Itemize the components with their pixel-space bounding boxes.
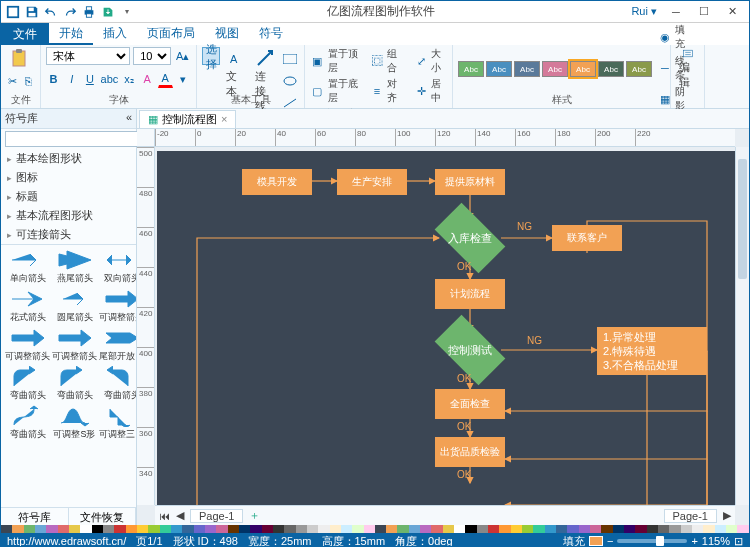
print-icon[interactable] [81,4,97,20]
search-input[interactable] [5,131,138,147]
color-swatch[interactable] [726,525,737,533]
color-swatch[interactable] [601,525,612,533]
color-swatch[interactable] [431,525,442,533]
color-swatch[interactable] [137,525,148,533]
size-icon[interactable]: ⤢ [414,52,429,70]
paste-button[interactable] [6,47,32,69]
bold-icon[interactable]: B [46,70,61,88]
page[interactable]: 模具开发 生产安排 提供原材料 入库检查 联系客户 计划流程 控制测试 1.异常… [157,151,735,505]
zoom-out-icon[interactable]: − [607,535,613,547]
zoom-slider[interactable] [617,539,687,543]
color-swatch[interactable] [669,525,680,533]
sidebar-tab-library[interactable]: 符号库 [1,508,69,525]
color-swatch[interactable] [80,525,91,533]
color-swatch[interactable] [533,525,544,533]
color-swatch[interactable] [262,525,273,533]
style-swatch[interactable]: Abc [514,61,540,77]
edit-button[interactable]: 编辑 [676,47,699,91]
category-item[interactable]: 可连接箭头 [1,225,136,244]
undo-icon[interactable] [43,4,59,20]
select-tool[interactable]: 选择 [202,47,220,65]
cut-icon[interactable]: ✂ [6,72,19,90]
color-swatch[interactable] [613,525,624,533]
color-swatch[interactable] [250,525,261,533]
color-swatch[interactable] [647,525,658,533]
color-swatch[interactable] [239,525,250,533]
group-icon[interactable]: ⿴ [370,52,385,70]
color-swatch[interactable] [624,525,635,533]
vertical-scrollbar[interactable] [735,147,749,505]
user-label[interactable]: Rui ▾ [627,5,661,18]
color-swatch[interactable] [171,525,182,533]
add-page-icon[interactable]: ＋ [249,508,260,523]
shape-item[interactable]: 弯曲箭头 [5,405,50,441]
qat-more-icon[interactable]: ▾ [119,4,135,20]
style-swatch[interactable]: Abc [486,61,512,77]
next-page-icon[interactable]: ▶ [723,509,731,522]
close-tab-icon[interactable]: × [221,113,227,125]
zoom-value[interactable]: 115% [702,535,730,547]
canvas[interactable]: 模具开发 生产安排 提供原材料 入库检查 联系客户 计划流程 控制测试 1.异常… [155,147,735,505]
zoom-in-icon[interactable]: + [691,535,697,547]
tab-symbols[interactable]: 符号 [249,23,293,45]
color-swatch[interactable] [318,525,329,533]
node-process[interactable]: 生产安排 [337,169,407,195]
shape-item[interactable]: 双向箭头 [99,249,136,285]
style-swatch[interactable]: Abc [598,61,624,77]
tab-insert[interactable]: 插入 [93,23,137,45]
fill-icon[interactable]: ◉ [658,28,672,46]
shape-item[interactable]: 单向箭头 [5,249,50,285]
scrollbar-thumb[interactable] [738,159,747,279]
subscript-icon[interactable]: x₂ [121,70,136,88]
color-swatch[interactable] [567,525,578,533]
style-gallery[interactable]: Abc Abc Abc Abc Abc Abc Abc [458,61,652,77]
style-swatch[interactable]: Abc [458,61,484,77]
font-color-icon[interactable]: A [158,70,173,88]
shape-item[interactable]: 弯曲箭头 [99,366,136,402]
align-icon[interactable]: ≡ [370,82,385,100]
export-icon[interactable] [100,4,116,20]
color-swatch[interactable] [420,525,431,533]
prev-page-icon[interactable]: ◀ [176,509,184,522]
shape-item[interactable]: 可调整箭头 [5,327,50,363]
strike-icon[interactable]: abc [100,70,118,88]
color-swatch[interactable] [126,525,137,533]
category-item[interactable]: 图标 [1,168,136,187]
grow-font-icon[interactable]: A▴ [174,47,191,65]
color-swatch[interactable] [92,525,103,533]
line-icon[interactable]: ─ [658,59,672,77]
color-swatch[interactable] [692,525,703,533]
color-swatch[interactable] [194,525,205,533]
document-tab[interactable]: ▦控制流程图× [139,110,236,128]
color-swatch[interactable] [545,525,556,533]
shape-item[interactable]: 尾部开放… [99,327,136,363]
color-swatch[interactable] [454,525,465,533]
color-swatch[interactable] [160,525,171,533]
more-font-icon[interactable]: ▾ [176,70,191,88]
color-swatch[interactable] [364,525,375,533]
color-swatch[interactable] [522,525,533,533]
rect-shape-icon[interactable] [281,50,299,68]
tab-layout[interactable]: 页面布局 [137,23,205,45]
node-process[interactable]: 全面检查 [435,389,505,419]
category-item[interactable]: 基本流程图形状 [1,206,136,225]
node-process[interactable]: 提供原材料 [435,169,505,195]
color-swatch[interactable] [228,525,239,533]
color-swatch[interactable] [341,525,352,533]
node-process[interactable]: 出货品质检验 [435,437,505,467]
color-swatch[interactable] [681,525,692,533]
tab-home[interactable]: 开始 [49,23,93,45]
color-swatch[interactable] [69,525,80,533]
color-swatch[interactable] [114,525,125,533]
color-swatch[interactable] [352,525,363,533]
close-button[interactable]: ✕ [719,3,745,21]
node-process[interactable]: 计划流程 [435,279,505,309]
color-swatch[interactable] [330,525,341,533]
color-swatch[interactable] [12,525,23,533]
shape-item[interactable]: 花式箭头 [5,288,50,324]
category-item[interactable]: 标题 [1,187,136,206]
color-swatch[interactable] [273,525,284,533]
style-swatch[interactable]: Abc [542,61,568,77]
status-url[interactable]: http://www.edrawsoft.cn/ [7,535,126,547]
ellipse-shape-icon[interactable] [281,72,299,90]
